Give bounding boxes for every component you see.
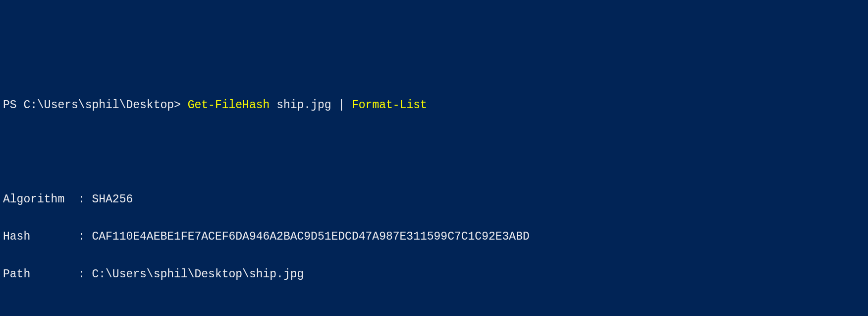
powershell-terminal[interactable]: PS C:\Users\sphil\Desktop> Get-FileHash … — [3, 77, 865, 316]
command-line-1: PS C:\Users\sphil\Desktop> Get-FileHash … — [3, 96, 865, 115]
output-path-1: Path : C:\Users\sphil\Desktop\ship.jpg — [3, 265, 865, 284]
blank-line — [3, 303, 865, 316]
argument-filename: ship.jpg — [270, 99, 338, 112]
label-path: Path : — [3, 268, 92, 281]
label-algorithm: Algorithm : — [3, 193, 92, 206]
output-algorithm-1: Algorithm : SHA256 — [3, 190, 865, 209]
prompt-prefix: PS — [3, 99, 23, 112]
output-hash-1: Hash : CAF110E4AEBE1FE7ACEF6DA946A2BAC9D… — [3, 228, 865, 247]
value-algorithm: SHA256 — [92, 193, 133, 206]
blank-line — [3, 134, 865, 172]
space — [345, 99, 352, 112]
cmdlet-get-filehash: Get-FileHash — [188, 99, 270, 112]
prompt-path: C:\Users\sphil\Desktop — [23, 99, 174, 112]
value-hash: CAF110E4AEBE1FE7ACEF6DA946A2BAC9D51EDCD4… — [92, 230, 529, 243]
prompt-suffix: > — [174, 99, 188, 112]
value-path: C:\Users\sphil\Desktop\ship.jpg — [92, 268, 304, 281]
label-hash: Hash : — [3, 230, 92, 243]
cmdlet-format-list: Format-List — [352, 99, 427, 112]
pipe-operator: | — [338, 99, 345, 112]
